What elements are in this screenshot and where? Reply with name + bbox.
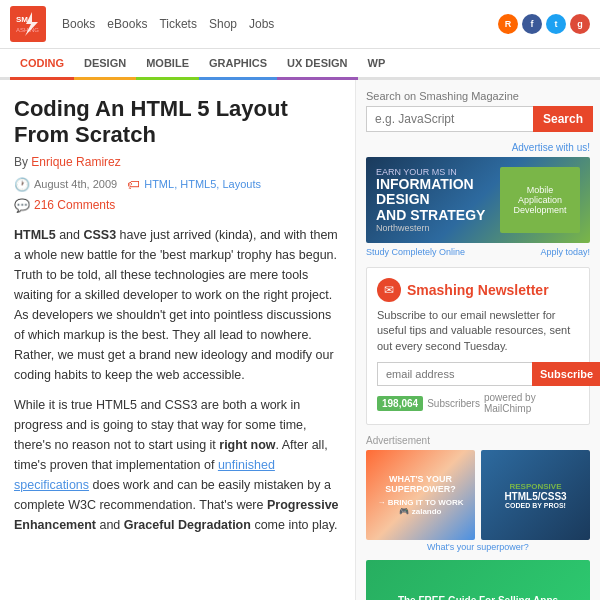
ad-study-link[interactable]: Study Completely Online bbox=[366, 247, 465, 257]
sidebar-search: Search on Smashing Magazine Search bbox=[366, 90, 590, 132]
cat-mobile[interactable]: MOBILE bbox=[136, 49, 199, 80]
byline-prefix: By bbox=[14, 155, 28, 169]
article-title: Coding An HTML 5 Layout From Scratch bbox=[14, 96, 341, 149]
article-date: August 4th, 2009 bbox=[34, 178, 117, 190]
ad-placeholder: WHAT'S YOUR SUPERPOWER? → BRING IT TO WO… bbox=[366, 450, 590, 552]
ad-download[interactable]: The FREE Guide For Selling Apps DOWNLOAD… bbox=[366, 560, 590, 600]
ad-right-inner: Mobile Application Development bbox=[500, 167, 580, 233]
googleplus-icon[interactable]: g bbox=[570, 14, 590, 34]
nav-ebooks[interactable]: eBooks bbox=[107, 17, 147, 31]
cat-uxdesign[interactable]: UX DESIGN bbox=[277, 49, 358, 80]
comments-icon: 💬 bbox=[14, 198, 30, 213]
subscribers-label: Subscribers bbox=[427, 398, 480, 409]
logo-icon[interactable]: SM ASHING bbox=[10, 6, 46, 42]
ad-strategy: AND STRATEGY bbox=[376, 207, 494, 223]
newsletter-title: Smashing Newsletter bbox=[407, 282, 549, 298]
top-nav-links: Books eBooks Tickets Shop Jobs bbox=[62, 17, 274, 31]
social-icons: R f t g bbox=[498, 14, 590, 34]
newsletter-form: Subscribe bbox=[377, 362, 579, 386]
ad-design: DESIGN bbox=[376, 191, 494, 207]
ad-banner: EARN YOUR MS IN INFORMATION DESIGN AND S… bbox=[366, 157, 590, 257]
advertise-link: Advertise with us! bbox=[366, 142, 590, 153]
ad-box-left-text: WHAT'S YOUR SUPERPOWER? → BRING IT TO WO… bbox=[373, 470, 467, 520]
twitter-icon[interactable]: t bbox=[546, 14, 566, 34]
rss-icon[interactable]: R bbox=[498, 14, 518, 34]
logo-area: SM ASHING bbox=[10, 6, 46, 42]
newsletter-desc: Subscribe to our email newsletter for us… bbox=[377, 308, 579, 354]
author-link[interactable]: Enrique Ramirez bbox=[31, 155, 120, 169]
ad-download-text: The FREE Guide For Selling Apps DOWNLOAD… bbox=[398, 595, 558, 600]
article-body: HTML5 and CSS3 have just arrived (kinda)… bbox=[14, 225, 341, 535]
search-label: Search on Smashing Magazine bbox=[366, 90, 590, 102]
unfinished-link[interactable]: unfinished specifications bbox=[14, 458, 275, 492]
article-para-1: HTML5 and CSS3 have just arrived (kinda)… bbox=[14, 225, 341, 385]
nav-jobs[interactable]: Jobs bbox=[249, 17, 274, 31]
newsletter-input[interactable] bbox=[377, 362, 532, 386]
meta-tags: 🏷 HTML, HTML5, Layouts bbox=[127, 177, 261, 192]
nav-shop[interactable]: Shop bbox=[209, 17, 237, 31]
ad-left: EARN YOUR MS IN INFORMATION DESIGN AND S… bbox=[376, 167, 494, 233]
ad-banner-inner: EARN YOUR MS IN INFORMATION DESIGN AND S… bbox=[366, 157, 590, 243]
article-para-2: While it is true HTML5 and CSS3 are both… bbox=[14, 395, 341, 535]
newsletter-box: ✉ Smashing Newsletter Subscribe to our e… bbox=[366, 267, 590, 425]
newsletter-button[interactable]: Subscribe bbox=[532, 362, 600, 386]
advertisement-label: Advertisement bbox=[366, 435, 590, 446]
search-input[interactable] bbox=[366, 106, 533, 132]
comments-link[interactable]: 💬 216 Comments bbox=[14, 198, 341, 213]
ad-box-right-text: RESPONSIVE HTML5/CSS3 CODED BY PROS! bbox=[500, 478, 570, 513]
meta-date: 🕐 August 4th, 2009 bbox=[14, 177, 117, 192]
main-layout: Coding An HTML 5 Layout From Scratch By … bbox=[0, 80, 600, 600]
svg-text:SM: SM bbox=[16, 15, 28, 24]
comments-count: 216 Comments bbox=[34, 198, 115, 212]
article-meta: 🕐 August 4th, 2009 🏷 HTML, HTML5, Layout… bbox=[14, 177, 341, 192]
ad-right: Mobile Application Development bbox=[500, 167, 580, 233]
top-nav: SM ASHING Books eBooks Tickets Shop Jobs… bbox=[0, 0, 600, 49]
content-area: Coding An HTML 5 Layout From Scratch By … bbox=[0, 80, 355, 600]
ad-box-row: WHAT'S YOUR SUPERPOWER? → BRING IT TO WO… bbox=[366, 450, 590, 540]
ad-northwestern: Northwestern bbox=[376, 223, 494, 233]
nav-tickets[interactable]: Tickets bbox=[159, 17, 197, 31]
cat-design[interactable]: DESIGN bbox=[74, 49, 136, 80]
ad-box-left[interactable]: WHAT'S YOUR SUPERPOWER? → BRING IT TO WO… bbox=[366, 450, 475, 540]
newsletter-icon: ✉ bbox=[377, 278, 401, 302]
nav-books[interactable]: Books bbox=[62, 17, 95, 31]
search-box: Search bbox=[366, 106, 590, 132]
ad-mobile-text: Mobile Application Development bbox=[506, 185, 574, 215]
clock-icon: 🕐 bbox=[14, 177, 30, 192]
cat-wp[interactable]: WP bbox=[358, 49, 396, 80]
ad-apply-link[interactable]: Apply today! bbox=[540, 247, 590, 257]
cat-graphics[interactable]: GRAPHICS bbox=[199, 49, 277, 80]
category-nav: CODING DESIGN MOBILE GRAPHICS UX DESIGN … bbox=[0, 49, 600, 80]
subscribers-count: 198,064 bbox=[377, 396, 423, 411]
newsletter-sub: 198,064 Subscribers powered by MailChimp bbox=[377, 392, 579, 414]
mailchimp-label: powered by MailChimp bbox=[484, 392, 579, 414]
bookmark-icon: 🏷 bbox=[127, 177, 140, 192]
facebook-icon[interactable]: f bbox=[522, 14, 542, 34]
ad-box-right[interactable]: RESPONSIVE HTML5/CSS3 CODED BY PROS! bbox=[481, 450, 590, 540]
search-button[interactable]: Search bbox=[533, 106, 593, 132]
ad-info: INFORMATION bbox=[376, 177, 494, 191]
article-tags[interactable]: HTML, HTML5, Layouts bbox=[144, 178, 261, 190]
ad-superpower-caption: What's your superpower? bbox=[366, 542, 590, 552]
cat-coding[interactable]: CODING bbox=[10, 49, 74, 80]
sidebar: Search on Smashing Magazine Search Adver… bbox=[355, 80, 600, 600]
top-search-area: R f t g bbox=[498, 14, 590, 34]
ad-bottom: Study Completely Online Apply today! bbox=[366, 247, 590, 257]
newsletter-header: ✉ Smashing Newsletter bbox=[377, 278, 579, 302]
advertise-anchor[interactable]: Advertise with us! bbox=[512, 142, 590, 153]
article-byline: By Enrique Ramirez bbox=[14, 155, 341, 169]
